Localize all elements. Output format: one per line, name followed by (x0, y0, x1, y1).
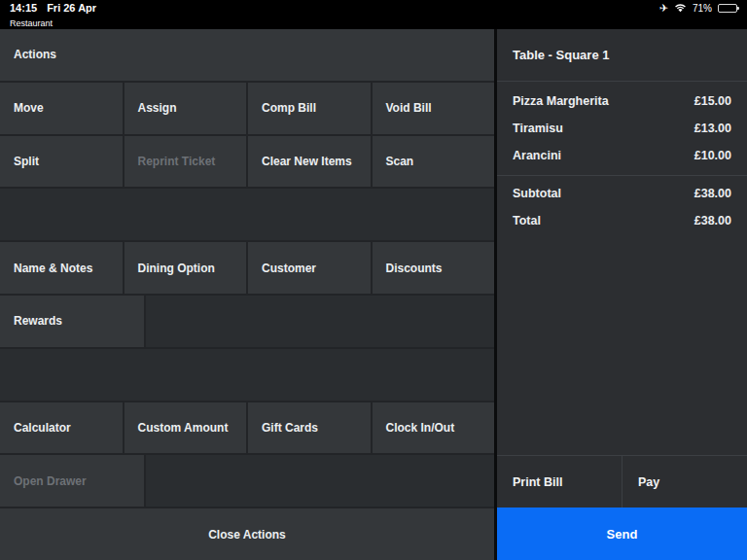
subtotal-value: £38.00 (694, 187, 731, 200)
line-item[interactable]: Pizza Margherita £15.00 (497, 88, 747, 115)
item-price: £10.00 (694, 149, 731, 162)
ticket-title: Table - Square 1 (497, 29, 747, 82)
app-label: Restaurant (10, 18, 737, 28)
move-button[interactable]: Move (0, 83, 123, 134)
comp-bill-button[interactable]: Comp Bill (248, 83, 371, 134)
scan-button[interactable]: Scan (373, 136, 495, 188)
item-name: Arancini (513, 149, 561, 162)
name-notes-button[interactable]: Name & Notes (0, 242, 123, 294)
empty-cell (146, 455, 495, 507)
reprint-ticket-button: Reprint Ticket (124, 136, 247, 188)
totals-section: Subtotal £38.00 Total £38.00 (497, 175, 747, 234)
clock-time: 14:15 (10, 2, 37, 14)
item-price: £15.00 (694, 94, 731, 108)
clock-in-out-button[interactable]: Clock In/Out (373, 402, 495, 454)
battery-percent: 71% (693, 3, 712, 14)
subtotal-label: Subtotal (513, 187, 561, 200)
custom-amount-button[interactable]: Custom Amount (124, 402, 247, 454)
print-bill-button[interactable]: Print Bill (497, 456, 622, 508)
airplane-mode-icon: ✈ (659, 3, 668, 14)
void-bill-button[interactable]: Void Bill (373, 83, 495, 134)
discounts-button[interactable]: Discounts (373, 242, 495, 294)
line-item[interactable]: Tiramisu £13.00 (497, 115, 747, 142)
empty-cell (146, 296, 495, 347)
empty-row (0, 349, 494, 401)
split-button[interactable]: Split (0, 136, 123, 188)
pay-button[interactable]: Pay (622, 456, 747, 508)
total-row: Total £38.00 (497, 207, 747, 234)
customer-button[interactable]: Customer (248, 242, 371, 294)
item-name: Pizza Margherita (513, 94, 609, 108)
battery-icon (718, 4, 737, 13)
assign-button[interactable]: Assign (124, 83, 247, 134)
line-item[interactable]: Arancini £10.00 (497, 142, 747, 169)
gift-cards-button[interactable]: Gift Cards (248, 402, 371, 454)
send-button[interactable]: Send (497, 508, 747, 560)
actions-panel: Actions Move Assign Comp Bill Void Bill … (0, 29, 497, 560)
ticket-actions: Print Bill Pay (497, 455, 747, 508)
main-area: Actions Move Assign Comp Bill Void Bill … (0, 29, 747, 560)
ticket-body: Pizza Margherita £15.00 Tiramisu £13.00 … (497, 82, 747, 455)
wifi-icon (674, 3, 687, 13)
clock-date: Fri 26 Apr (47, 2, 96, 14)
close-actions-button[interactable]: Close Actions (0, 508, 494, 560)
rewards-button[interactable]: Rewards (0, 296, 144, 347)
clear-new-items-button[interactable]: Clear New Items (248, 136, 371, 188)
calculator-button[interactable]: Calculator (0, 402, 123, 454)
ticket-panel: Table - Square 1 Pizza Margherita £15.00… (497, 29, 747, 560)
empty-row (0, 189, 494, 240)
actions-panel-title: Actions (0, 29, 494, 81)
total-value: £38.00 (694, 214, 731, 228)
subtotal-row: Subtotal £38.00 (497, 180, 747, 207)
open-drawer-button: Open Drawer (0, 455, 144, 507)
total-label: Total (513, 214, 541, 228)
status-bar: 14:15 Fri 26 Apr ✈ 71% Restaurant (0, 0, 747, 29)
dining-option-button[interactable]: Dining Option (124, 242, 247, 294)
item-price: £13.00 (694, 122, 731, 135)
item-name: Tiramisu (513, 122, 563, 135)
